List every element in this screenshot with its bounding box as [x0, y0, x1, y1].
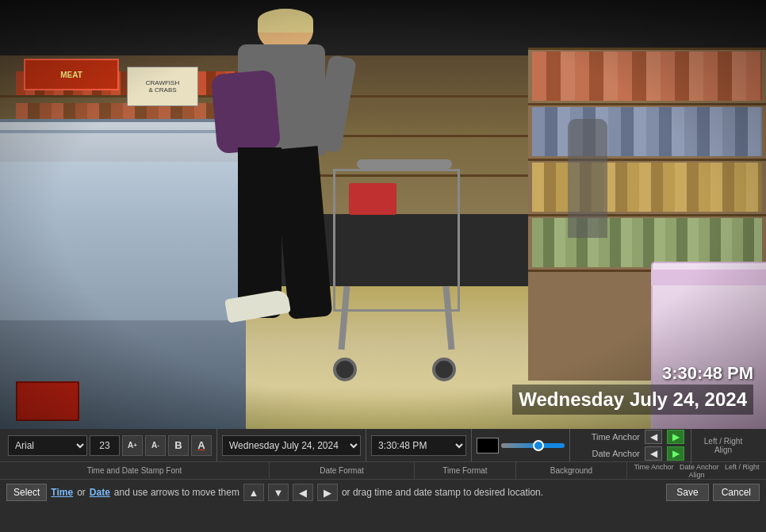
timestamp-overlay[interactable]: 3:30:48 PM Wednesday July 24, 2024: [512, 362, 753, 415]
date-anchor-right-btn[interactable]: ▶: [667, 446, 684, 461]
video-area: MEAT CRAWFISH& CRABS: [0, 0, 766, 429]
select-button[interactable]: Select: [6, 484, 47, 501]
font-section: Arial A+ A- B A: [3, 429, 217, 461]
scene-cart: [309, 159, 468, 381]
bold-btn[interactable]: B: [168, 435, 189, 456]
scene-right-shelves: [528, 48, 766, 381]
time-anchor-row: Time Anchor ◀ ▶: [576, 430, 684, 444]
move-up-btn[interactable]: ▲: [243, 484, 264, 501]
save-button[interactable]: Save: [666, 484, 708, 501]
anchor-labels-area: Time Anchor Date Anchor Left / Right Ali…: [627, 462, 766, 479]
background-color-swatch[interactable]: [477, 438, 499, 454]
opacity-slider[interactable]: [501, 443, 565, 448]
main-container: MEAT CRAWFISH& CRABS: [0, 0, 766, 532]
anchor-section: Time Anchor ◀ ▶ Date Anchor ◀ ▶: [570, 427, 691, 464]
font-size-decrease-btn[interactable]: A-: [145, 435, 166, 456]
time-anchor-label: Time Anchor: [576, 432, 640, 442]
time-format-section: 3:30:48 PM: [366, 429, 472, 461]
background-section: [472, 429, 570, 461]
time-format-select[interactable]: 3:30:48 PM: [371, 435, 466, 456]
time-anchor-right-btn[interactable]: ▶: [667, 430, 684, 444]
background-section-label: Background: [516, 462, 627, 479]
time-format-label: Time Format: [415, 462, 516, 479]
time-keyword-btn[interactable]: Time: [51, 487, 73, 498]
date-anchor-row: Date Anchor ◀ ▶: [576, 446, 684, 461]
toolbar-labels-row: Time and Date Stamp Font Date Format Tim…: [0, 462, 766, 480]
date-anchor-left-btn[interactable]: ◀: [645, 446, 662, 461]
time-anchor-left-btn[interactable]: ◀: [645, 430, 662, 444]
date-anchor-label: Date Anchor: [576, 449, 640, 458]
instruction-text: and use arrows to move them: [114, 487, 239, 498]
toolbar-bottom-row: Select Time or Date and use arrows to mo…: [0, 480, 766, 505]
date-display: Wednesday July 24, 2024: [512, 385, 753, 415]
date-keyword-btn[interactable]: Date: [90, 487, 110, 498]
move-down-btn[interactable]: ▼: [268, 484, 289, 501]
move-left-btn[interactable]: ◀: [293, 484, 313, 501]
date-format-select[interactable]: Wednesday July 24, 2024: [222, 435, 361, 456]
toolbar-controls-row: Arial A+ A- B A Wednesday July 24, 2024 …: [0, 429, 766, 462]
or-text: or: [77, 487, 86, 498]
font-section-label: Time and Date Stamp Font: [0, 462, 270, 479]
move-right-btn[interactable]: ▶: [317, 484, 338, 501]
font-size-increase-btn[interactable]: A+: [122, 435, 143, 456]
time-display: 3:30:48 PM: [512, 362, 753, 385]
left-right-align-label: Left / Right Align: [698, 437, 749, 454]
scene-background-person: [568, 119, 607, 238]
date-format-label: Date Format: [270, 462, 415, 479]
font-family-select[interactable]: Arial: [8, 435, 87, 456]
scene-freezer: MEAT CRAWFISH& CRABS: [0, 119, 246, 429]
cancel-button[interactable]: Cancel: [713, 484, 760, 501]
date-format-section: Wednesday July 24, 2024: [217, 429, 366, 461]
font-color-btn[interactable]: A: [191, 435, 212, 456]
drag-instruction-text: or drag time and date stamp to desired l…: [342, 487, 662, 498]
toolbar: Arial A+ A- B A Wednesday July 24, 2024 …: [0, 429, 766, 532]
align-label-area: Left / Right Align: [691, 437, 755, 454]
font-size-input[interactable]: [90, 435, 120, 456]
